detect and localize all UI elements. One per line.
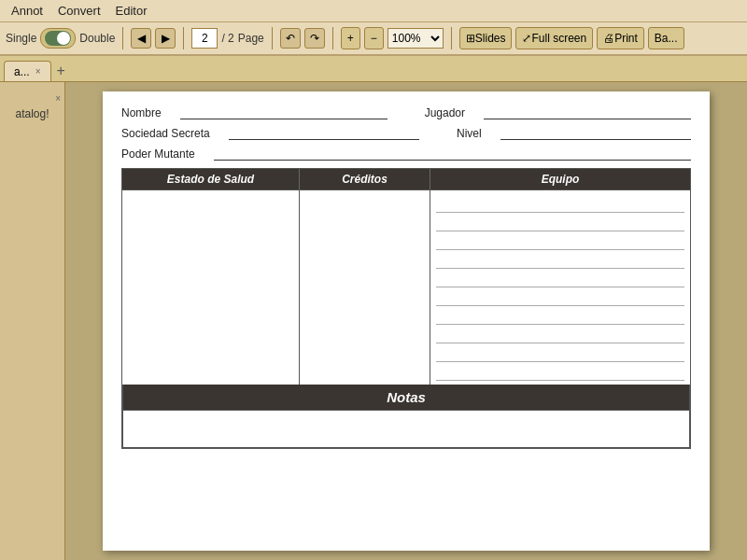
menu-bar: Annot Convert Editor [0, 0, 747, 22]
header-salud: Estado de Salud [122, 169, 300, 189]
toggle-circle [57, 32, 70, 45]
print-label: Print [614, 32, 638, 45]
sociedad-label: Sociedad Secreta [121, 127, 210, 140]
slides-label: Slides [475, 32, 506, 45]
equipo-line-2 [436, 213, 684, 231]
equipo-line-5 [436, 269, 684, 287]
page-separator: / 2 [221, 32, 233, 45]
poder-label: Poder Mutante [121, 147, 195, 161]
nombre-label: Nombre [121, 106, 162, 119]
col-equipo [430, 190, 690, 385]
sidebar-catalog-label: atalog! [15, 107, 49, 120]
header-equipo: Equipo [430, 169, 690, 189]
col-salud [122, 190, 300, 385]
tab-1-label: a... [14, 65, 30, 78]
poder-field [214, 147, 691, 161]
back-button[interactable]: ↶ [280, 28, 301, 49]
equipo-line-1 [436, 194, 684, 213]
jugador-label: Jugador [425, 106, 465, 119]
prev-page-button[interactable]: ◀ [131, 28, 151, 49]
ba-button[interactable]: Ba... [648, 27, 684, 49]
tab-1[interactable]: a... × [4, 61, 51, 81]
equipo-line-4 [436, 250, 684, 269]
tab-bar: a... × + [0, 56, 747, 82]
main-table: Estado de Salud Créditos Equipo [121, 168, 691, 449]
sep1 [122, 27, 123, 49]
print-button[interactable]: 🖨 Print [597, 27, 644, 49]
sep2 [183, 27, 184, 49]
zoom-out-button[interactable]: − [364, 27, 384, 49]
row-poder: Poder Mutante [121, 147, 691, 161]
table-header: Estado de Salud Créditos Equipo [122, 169, 690, 189]
nivel-field [500, 127, 691, 140]
notas-header: Notas [122, 385, 690, 411]
zoom-select[interactable]: 50% 75% 100% 125% 150% 200% [388, 28, 444, 49]
ba-label: Ba... [655, 32, 678, 45]
document-area: Nombre Jugador Sociedad Secreta Nivel Po… [65, 82, 747, 560]
header-creditos: Créditos [300, 169, 430, 189]
table-body [122, 189, 690, 385]
sep3 [272, 27, 273, 49]
menu-annot[interactable]: Annot [4, 2, 50, 20]
equipo-line-3 [436, 231, 684, 250]
menu-editor[interactable]: Editor [108, 2, 155, 20]
sep5 [451, 27, 452, 49]
print-icon: 🖨 [603, 32, 614, 45]
row-nombre-jugador: Nombre Jugador [121, 106, 691, 119]
tab-1-close[interactable]: × [35, 66, 41, 77]
fullscreen-button[interactable]: ⤢ Full screen [515, 27, 593, 49]
slides-icon: ⊞ [466, 32, 475, 45]
sidebar: × atalog! [0, 82, 65, 560]
main-layout: × atalog! Nombre Jugador Sociedad Secret… [0, 82, 747, 560]
fullscreen-label: Full screen [531, 32, 586, 45]
toggle-pill [45, 31, 71, 46]
next-page-button[interactable]: ▶ [155, 28, 176, 49]
sidebar-close-button[interactable]: × [55, 93, 61, 104]
row-sociedad-nivel: Sociedad Secreta Nivel [121, 127, 691, 140]
fullscreen-icon: ⤢ [522, 32, 531, 45]
sep4 [332, 27, 333, 49]
jugador-field [484, 106, 691, 119]
notas-area [122, 411, 690, 448]
view-toggle[interactable] [40, 28, 76, 49]
nombre-field [180, 106, 388, 119]
sidebar-inner: × atalog! [0, 90, 64, 124]
add-tab-button[interactable]: + [51, 61, 71, 81]
document-page: Nombre Jugador Sociedad Secreta Nivel Po… [103, 91, 710, 551]
page-number-input[interactable] [191, 28, 218, 49]
equipo-line-8 [436, 325, 684, 343]
double-label: Double [79, 32, 115, 45]
page-label: Page [238, 32, 264, 45]
equipo-line-6 [436, 287, 684, 306]
equipo-line-10 [436, 362, 684, 381]
menu-convert[interactable]: Convert [50, 2, 108, 20]
equipo-line-7 [436, 306, 684, 325]
forward-button[interactable]: ↷ [304, 28, 325, 49]
zoom-in-button[interactable]: + [341, 27, 360, 49]
single-label: Single [6, 32, 36, 45]
toolbar: Single Double ◀ ▶ / 2 Page ↶ ↷ + − 50% 7… [0, 22, 747, 56]
col-creditos [300, 190, 430, 385]
slides-button[interactable]: ⊞ Slides [459, 27, 513, 49]
sociedad-field [229, 127, 419, 140]
equipo-line-9 [436, 343, 684, 362]
nivel-label: Nivel [457, 127, 482, 140]
